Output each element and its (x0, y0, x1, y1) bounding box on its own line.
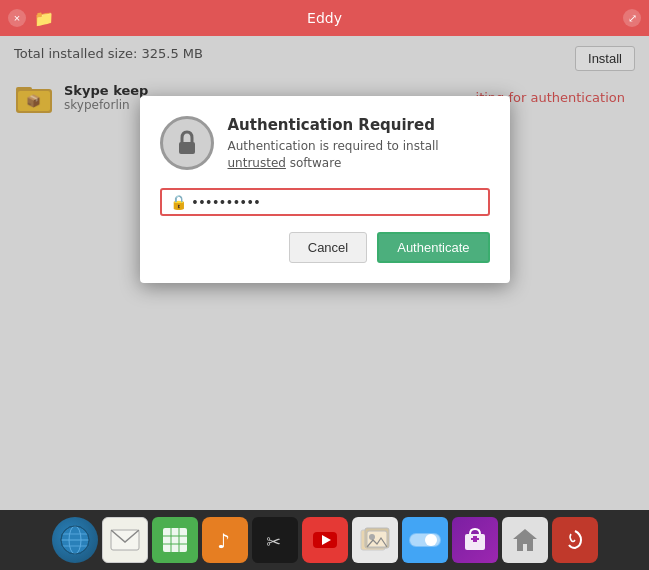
taskbar-debian-button[interactable] (552, 517, 598, 563)
lock-svg-icon (174, 128, 200, 158)
cancel-button[interactable]: Cancel (289, 232, 367, 263)
taskbar-files-button[interactable] (502, 517, 548, 563)
svg-marker-31 (513, 529, 537, 551)
photos-svg-icon (360, 527, 390, 553)
svg-rect-12 (163, 528, 187, 552)
files-svg-icon (511, 526, 539, 554)
taskbar-globe-button[interactable] (52, 517, 98, 563)
title-bar-controls-right: ⤢ (623, 9, 641, 27)
taskbar: ♪ ✂ (0, 510, 649, 570)
auth-dialog: Authentication Required Authentication i… (140, 96, 510, 283)
debian-svg-icon (561, 526, 589, 554)
spreadsheet-svg-icon (161, 526, 189, 554)
svg-text:✂: ✂ (266, 531, 281, 552)
svg-rect-30 (473, 536, 477, 542)
svg-point-27 (425, 534, 437, 546)
lock-circle-icon (160, 116, 214, 170)
svg-text:♪: ♪ (217, 529, 230, 553)
taskbar-store-button[interactable] (452, 517, 498, 563)
mail-svg-icon (110, 529, 140, 551)
close-button[interactable]: × (8, 9, 26, 27)
title-bar-controls-left: × 📁 (8, 9, 54, 28)
svg-rect-4 (179, 142, 195, 154)
taskbar-music-button[interactable]: ♪ (202, 517, 248, 563)
title-bar: × 📁 Eddy ⤢ (0, 0, 649, 36)
store-svg-icon (461, 526, 489, 554)
close-icon: × (14, 12, 20, 24)
dialog-header: Authentication Required Authentication i… (160, 116, 490, 172)
dialog-title: Authentication Required (228, 116, 490, 134)
taskbar-tools-button[interactable]: ✂ (252, 517, 298, 563)
expand-icon: ⤢ (628, 12, 637, 25)
authenticate-button[interactable]: Authenticate (377, 232, 489, 263)
expand-button[interactable]: ⤢ (623, 9, 641, 27)
main-content: Total installed size: 325.5 MB Install 📦… (0, 36, 649, 510)
dialog-subtitle: Authentication is required to install un… (228, 138, 490, 172)
taskbar-toggle-button[interactable] (402, 517, 448, 563)
dialog-text-block: Authentication Required Authentication i… (228, 116, 490, 172)
password-field-container: 🔒 (160, 188, 490, 216)
taskbar-mail-button[interactable] (102, 517, 148, 563)
music-svg-icon: ♪ (211, 526, 239, 554)
svg-point-24 (369, 534, 375, 540)
tools-svg-icon: ✂ (261, 526, 289, 554)
taskbar-spreadsheet-button[interactable] (152, 517, 198, 563)
globe-svg-icon (59, 524, 91, 556)
app-title: Eddy (307, 10, 342, 26)
dialog-buttons: Cancel Authenticate (160, 232, 490, 263)
taskbar-youtube-button[interactable] (302, 517, 348, 563)
password-lock-icon: 🔒 (170, 194, 187, 210)
dialog-overlay: Authentication Required Authentication i… (0, 36, 649, 510)
toggle-svg-icon (408, 530, 442, 550)
folder-icon: 📁 (34, 9, 54, 28)
taskbar-photos-button[interactable] (352, 517, 398, 563)
password-input[interactable] (193, 194, 480, 210)
youtube-svg-icon (311, 526, 339, 554)
